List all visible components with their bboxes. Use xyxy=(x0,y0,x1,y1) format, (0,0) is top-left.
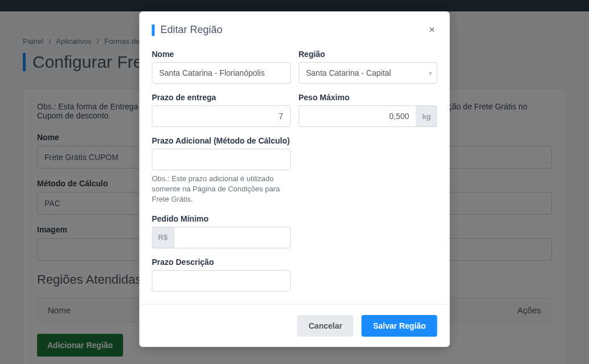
prazo-adicional-input[interactable] xyxy=(152,149,291,170)
currency-addon: R$ xyxy=(152,227,174,248)
prazo-descricao-input[interactable] xyxy=(152,270,291,292)
modal-title-wrap: Editar Região xyxy=(152,24,223,36)
row-pedido-minimo: Pedido Mínimo R$ xyxy=(152,214,437,248)
modal-regiao-value[interactable] xyxy=(298,62,437,84)
save-region-button[interactable]: Salvar Região xyxy=(362,315,437,337)
prazo-entrega-label: Prazo de entrega xyxy=(152,93,291,102)
row-prazo-adicional: Prazo Adicional (Método de Cálculo) Obs.… xyxy=(152,136,437,205)
modal-regiao-select[interactable]: ▾ xyxy=(298,62,437,84)
modal-body: Nome Região ▾ Prazo de entrega Peso Máxi… xyxy=(140,38,450,304)
modal-footer: Cancelar Salvar Região xyxy=(140,304,450,347)
col-prazo-descricao: Prazo Descrição xyxy=(152,257,291,292)
peso-maximo-input[interactable] xyxy=(298,105,416,127)
col-pedido-minimo: Pedido Mínimo R$ xyxy=(152,214,291,248)
modal-header: Editar Região × xyxy=(140,11,450,38)
col-prazo-adicional: Prazo Adicional (Método de Cálculo) Obs.… xyxy=(152,136,291,205)
modal-title-accent xyxy=(152,24,155,36)
pedido-minimo-group: R$ xyxy=(152,227,291,248)
peso-maximo-label: Peso Máximo xyxy=(298,93,437,102)
pedido-minimo-label: Pedido Mínimo xyxy=(152,214,291,223)
pedido-minimo-input[interactable] xyxy=(173,227,291,248)
modal-regiao-label: Região xyxy=(298,50,437,59)
row-nome-regiao: Nome Região ▾ xyxy=(152,50,437,84)
modal-title: Editar Região xyxy=(161,24,223,36)
prazo-adicional-help: Obs.: Este prazo adicional é utilizado s… xyxy=(152,174,291,205)
col-regiao: Região ▾ xyxy=(298,50,437,84)
peso-unit-addon: kg xyxy=(416,105,437,127)
col-prazo-entrega: Prazo de entrega xyxy=(152,93,291,127)
col-peso-maximo: Peso Máximo kg xyxy=(298,93,437,127)
edit-region-modal: Editar Região × Nome Região ▾ Prazo de e… xyxy=(140,11,450,347)
row-prazo-peso: Prazo de entrega Peso Máximo kg xyxy=(152,93,437,127)
close-icon[interactable]: × xyxy=(427,22,437,38)
modal-nome-input[interactable] xyxy=(152,62,291,84)
prazo-descricao-label: Prazo Descrição xyxy=(152,257,291,267)
row-prazo-descricao: Prazo Descrição xyxy=(152,257,437,292)
cancel-button[interactable]: Cancelar xyxy=(297,315,354,337)
col-nome: Nome xyxy=(152,50,291,84)
prazo-adicional-label: Prazo Adicional (Método de Cálculo) xyxy=(152,136,291,145)
peso-maximo-group: kg xyxy=(298,105,437,127)
prazo-entrega-input[interactable] xyxy=(152,105,291,127)
modal-nome-label: Nome xyxy=(152,50,291,59)
